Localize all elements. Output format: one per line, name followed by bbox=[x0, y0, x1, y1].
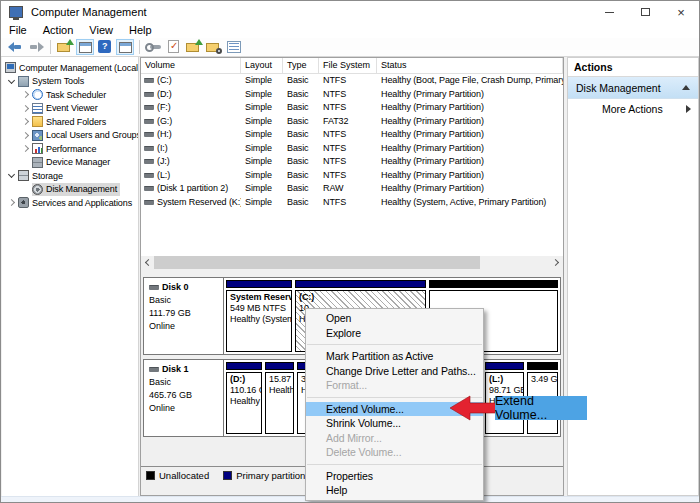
layout-value: Simple bbox=[245, 89, 272, 99]
volume-icon bbox=[144, 186, 154, 191]
context-menu-item-mark-partition-as-active[interactable]: Mark Partition as Active bbox=[306, 349, 483, 364]
table-row[interactable]: (D:)SimpleBasicNTFSHealthy (Primary Part… bbox=[141, 88, 563, 102]
close-icon: × bbox=[677, 6, 685, 19]
actions-section-disk-management[interactable]: Disk Management bbox=[568, 77, 698, 99]
tree-expander[interactable] bbox=[19, 106, 32, 111]
menu-help[interactable]: Help bbox=[121, 23, 160, 38]
volume-cell: (L:) bbox=[141, 169, 241, 183]
sidebar-item-computer-management-local[interactable]: Computer Management (Local bbox=[2, 61, 138, 75]
up-folder-icon[interactable] bbox=[56, 39, 74, 55]
partition-body: 15.87 (Health bbox=[265, 372, 294, 434]
sidebar-item-local-users-and-groups[interactable]: Local Users and Groups bbox=[2, 129, 138, 143]
partition-type-bar bbox=[226, 362, 262, 370]
tree-expander[interactable] bbox=[5, 80, 18, 83]
legend-label: Primary partition bbox=[236, 470, 305, 481]
toolbar bbox=[1, 38, 699, 57]
table-row[interactable]: (I:)SimpleBasicNTFSHealthy (Primary Part… bbox=[141, 142, 563, 156]
disk-kind: Basic bbox=[149, 294, 223, 307]
tree-item-label: Task Scheduler bbox=[46, 90, 106, 100]
scroll-right-button[interactable] bbox=[550, 256, 563, 269]
table-row[interactable]: (C:)SimpleBasicNTFSHealthy (Boot, Page F… bbox=[141, 74, 563, 88]
sidebar-item-task-scheduler[interactable]: Task Scheduler bbox=[2, 88, 138, 102]
tree-expander[interactable] bbox=[19, 92, 32, 97]
table-row[interactable]: (H:)SimpleBasicNTFSHealthy (Primary Part… bbox=[141, 128, 563, 142]
legend-item: Primary partition bbox=[223, 470, 305, 481]
menu-file[interactable]: File bbox=[1, 23, 35, 38]
sidebar-item-disk-management[interactable]: Disk Management bbox=[2, 183, 138, 197]
legend-swatch bbox=[223, 471, 232, 480]
column-header-file-system[interactable]: File System bbox=[319, 58, 377, 73]
chevron-right-icon bbox=[8, 199, 15, 206]
table-row[interactable]: (F:)SimpleBasicNTFSHealthy (Primary Part… bbox=[141, 101, 563, 115]
partition-primary[interactable]: 15.87 (Health bbox=[265, 362, 294, 434]
sidebar-item-system-tools[interactable]: System Tools bbox=[2, 75, 138, 89]
horizontal-scrollbar[interactable] bbox=[141, 256, 563, 269]
scroll-left-button[interactable] bbox=[141, 256, 154, 269]
device-tool-icon[interactable] bbox=[145, 39, 163, 55]
menu-view[interactable]: View bbox=[81, 23, 121, 38]
tree-expander[interactable] bbox=[19, 133, 32, 138]
scrollbar-thumb[interactable] bbox=[154, 256, 480, 269]
tree-expander[interactable] bbox=[5, 200, 18, 205]
layout-cell: Simple bbox=[241, 182, 283, 196]
table-row[interactable]: (G:)SimpleBasicFAT32Healthy (Primary Par… bbox=[141, 115, 563, 129]
close-button[interactable]: × bbox=[663, 1, 699, 23]
back-icon[interactable] bbox=[7, 39, 25, 55]
menu-separator bbox=[307, 344, 482, 345]
type-value: Basic bbox=[287, 75, 309, 85]
sidebar-item-event-viewer[interactable]: Event Viewer bbox=[2, 102, 138, 116]
sidebar-item-services-and-applications[interactable]: Services and Applications bbox=[2, 196, 138, 210]
partition-primary[interactable]: System Reserve549 MB NTFSHealthy (System… bbox=[226, 280, 292, 352]
status-cell: Healthy (Primary Partition) bbox=[377, 182, 563, 196]
disk-label-1[interactable]: Disk 1Basic465.76 GBOnline bbox=[144, 360, 224, 436]
context-menu-item-open[interactable]: Open bbox=[306, 311, 483, 326]
column-header-type[interactable]: Type bbox=[283, 58, 319, 73]
sidebar-item-shared-folders[interactable]: Shared Folders bbox=[2, 115, 138, 129]
folder-search-icon[interactable] bbox=[205, 39, 223, 55]
sidebar-item-storage[interactable]: Storage bbox=[2, 169, 138, 183]
table-row[interactable]: (Disk 1 partition 2)SimpleBasicRAWHealth… bbox=[141, 182, 563, 196]
layout-value: Simple bbox=[245, 197, 272, 207]
toolbar-separator bbox=[50, 40, 51, 54]
tree-expander[interactable] bbox=[5, 174, 18, 177]
sidebar-item-device-manager[interactable]: Device Manager bbox=[2, 156, 138, 170]
context-menu-item-help[interactable]: Help bbox=[306, 483, 483, 498]
column-header-status[interactable]: Status bbox=[377, 58, 563, 73]
sidebar-item-performance[interactable]: Performance bbox=[2, 142, 138, 156]
column-header-volume[interactable]: Volume bbox=[141, 58, 241, 73]
layout-cell: Simple bbox=[241, 155, 283, 169]
partition-primary[interactable]: (D:)110.16 GHealthy bbox=[226, 362, 262, 434]
context-menu-item-change-drive-letter-and-paths[interactable]: Change Drive Letter and Paths... bbox=[306, 364, 483, 379]
tree-item-label: Storage bbox=[32, 171, 63, 181]
context-menu-item-explore[interactable]: Explore bbox=[306, 326, 483, 341]
forward-icon[interactable] bbox=[27, 39, 45, 55]
maximize-button[interactable] bbox=[627, 1, 663, 23]
check-document-icon[interactable] bbox=[165, 39, 183, 55]
tree-expander[interactable] bbox=[19, 146, 32, 151]
volume-cell: (F:) bbox=[141, 101, 241, 115]
table-row[interactable]: System Reserved (K:)SimpleBasicNTFSHealt… bbox=[141, 196, 563, 210]
actions-pane: Actions Disk Management More Actions bbox=[567, 57, 699, 496]
volume-cell: (Disk 1 partition 2) bbox=[141, 182, 241, 196]
volume-value: System Reserved (K:) bbox=[157, 196, 241, 210]
tree-expander[interactable] bbox=[19, 119, 32, 124]
partition-body: System Reserve549 MB NTFSHealthy (System… bbox=[226, 290, 292, 352]
menu-action[interactable]: Action bbox=[35, 23, 82, 38]
disk-label-0[interactable]: Disk 0Basic111.79 GBOnline bbox=[144, 278, 224, 354]
chevron-right-icon bbox=[22, 91, 29, 98]
minimize-button[interactable] bbox=[591, 1, 627, 23]
column-header-layout[interactable]: Layout bbox=[241, 58, 283, 73]
folder-up-icon[interactable] bbox=[185, 39, 203, 55]
context-menu-item-properties[interactable]: Properties bbox=[306, 469, 483, 484]
show-action-pane-icon[interactable] bbox=[116, 39, 134, 55]
table-row[interactable]: (J:)SimpleBasicNTFSHealthy (Primary Part… bbox=[141, 155, 563, 169]
list-details-icon[interactable] bbox=[225, 39, 243, 55]
help-icon[interactable] bbox=[96, 39, 114, 55]
console-tree-pane: Computer Management (LocalSystem ToolsTa… bbox=[2, 57, 139, 496]
layout-cell: Simple bbox=[241, 101, 283, 115]
show-console-tree-icon[interactable] bbox=[76, 39, 94, 55]
tree-item-label: Event Viewer bbox=[46, 103, 98, 113]
more-actions-item[interactable]: More Actions bbox=[568, 99, 698, 119]
table-row[interactable]: (L:)SimpleBasicNTFSHealthy (Primary Part… bbox=[141, 169, 563, 183]
collapse-icon[interactable] bbox=[682, 85, 690, 90]
